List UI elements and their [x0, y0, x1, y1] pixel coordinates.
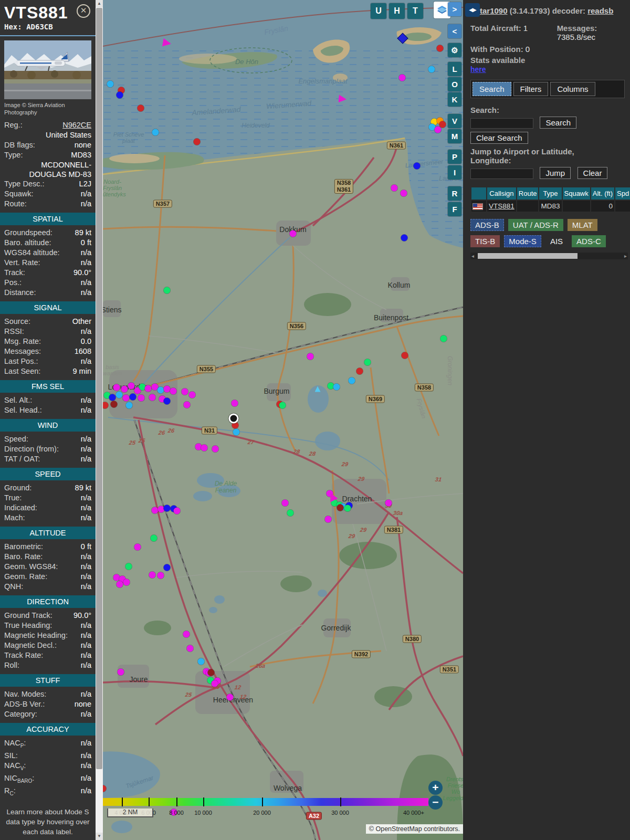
tar1090-link[interactable]: tar1090: [480, 6, 508, 15]
aircraft-history-dot[interactable]: [307, 353, 314, 360]
map-button-i[interactable]: I: [448, 165, 461, 180]
aircraft-history-dot[interactable]: [113, 384, 120, 391]
map-button-x[interactable]: ⚙: [448, 43, 461, 57]
table-row[interactable]: VTS881MD830: [471, 201, 630, 212]
aircraft-history-dot[interactable]: [227, 694, 234, 701]
aircraft-history-dot[interactable]: [287, 510, 294, 517]
scrollbar-thumb[interactable]: [96, 8, 102, 769]
aircraft-history-dot[interactable]: [152, 129, 159, 136]
aircraft-history-dot[interactable]: [402, 352, 408, 359]
aircraft-history-dot[interactable]: [344, 505, 351, 512]
search-button[interactable]: Search: [540, 117, 576, 129]
aircraft-history-dot[interactable]: [349, 377, 355, 384]
aircraft-history-dot[interactable]: [337, 505, 344, 511]
aircraft-history-dot[interactable]: [126, 402, 133, 409]
map-button-k[interactable]: K: [448, 92, 461, 107]
map-button-f[interactable]: F: [448, 202, 461, 216]
aircraft-history-dot[interactable]: [138, 105, 144, 112]
column-header[interactable]: Spd: [615, 187, 630, 200]
scroll-right-icon[interactable]: ▸: [624, 253, 627, 259]
aircraft-history-dot[interactable]: [164, 287, 171, 294]
hscroll-thumb[interactable]: [478, 253, 578, 259]
aircraft-history-dot[interactable]: [121, 386, 128, 393]
jump-button[interactable]: Jump: [540, 167, 571, 179]
stats-here-link[interactable]: here: [470, 65, 486, 74]
column-header[interactable]: Alt. (ft): [591, 187, 614, 200]
aircraft-history-dot[interactable]: [198, 658, 205, 665]
map-button-p[interactable]: P: [448, 150, 461, 164]
aircraft-history-dot[interactable]: [118, 669, 124, 676]
table-horizontal-scrollbar[interactable]: ◂ ▸: [470, 253, 628, 259]
scroll-left-icon[interactable]: ◂: [471, 253, 474, 259]
aircraft-history-dot[interactable]: [385, 500, 392, 507]
aircraft-history-dot[interactable]: [149, 394, 156, 401]
aircraft-history-dot[interactable]: [401, 190, 407, 197]
aircraft-history-dot[interactable]: [333, 384, 340, 391]
aircraft-history-dot[interactable]: [183, 631, 190, 638]
aircraft-history-dot[interactable]: [282, 500, 289, 507]
aircraft-history-dot[interactable]: [158, 572, 164, 579]
map-attribution[interactable]: © OpenStreetMap contributors.: [366, 824, 463, 834]
aircraft-history-dot[interactable]: [194, 139, 201, 145]
tab-filters[interactable]: Filters: [513, 82, 549, 96]
aircraft-history-dot[interactable]: [212, 446, 219, 453]
aircraft-history-dot[interactable]: [111, 401, 118, 408]
readsb-link[interactable]: readsb: [587, 6, 613, 15]
aircraft-history-dot[interactable]: [182, 388, 188, 395]
aircraft-history-dot[interactable]: [158, 387, 164, 394]
aircraft-history-dot[interactable]: [428, 66, 435, 73]
aircraft-history-dot[interactable]: [212, 680, 218, 687]
column-header[interactable]: Callsign: [487, 187, 516, 200]
map-button-u[interactable]: U: [371, 3, 386, 19]
map-button-o[interactable]: O: [448, 77, 461, 91]
jump-input[interactable]: [470, 169, 533, 179]
aircraft-photo[interactable]: [4, 40, 91, 99]
aircraft-history-dot[interactable]: [233, 429, 240, 436]
map-button-t[interactable]: T: [407, 3, 423, 19]
aircraft-history-dot[interactable]: [414, 163, 421, 170]
aircraft-history-dot[interactable]: [440, 335, 447, 342]
aircraft-history-dot[interactable]: [364, 359, 371, 366]
aircraft-history-dot[interactable]: [279, 402, 286, 409]
aircraft-history-dot[interactable]: [138, 395, 145, 402]
aircraft-history-dot[interactable]: [399, 75, 406, 81]
aircraft-history-dot[interactable]: [437, 45, 444, 52]
jump-clear-button[interactable]: Clear: [578, 167, 608, 179]
aircraft-history-dot[interactable]: [152, 507, 159, 514]
column-header[interactable]: Squawk: [563, 187, 590, 200]
registration-link[interactable]: N962CE: [62, 120, 91, 130]
aircraft-history-dot[interactable]: [208, 669, 215, 676]
close-icon[interactable]: ✕: [77, 4, 90, 18]
aircraft-history-dot[interactable]: [123, 579, 130, 586]
aircraft-history-dot[interactable]: [134, 544, 141, 551]
aircraft-history-dot[interactable]: [184, 402, 191, 408]
aircraft-history-dot[interactable]: [130, 394, 136, 401]
aircraft-history-dot[interactable]: [109, 394, 116, 401]
aircraft-history-dot[interactable]: [123, 395, 130, 402]
aircraft-history-dot[interactable]: [391, 185, 398, 192]
aircraft-history-dot[interactable]: [164, 398, 171, 405]
column-header[interactable]: Route: [517, 187, 539, 200]
aircraft-history-dot[interactable]: [117, 581, 123, 588]
map-button-h[interactable]: H: [389, 3, 405, 19]
column-header[interactable]: [471, 187, 486, 200]
callsign-cell[interactable]: VTS881: [487, 201, 516, 212]
map-button-m[interactable]: M: [448, 129, 461, 143]
aircraft-history-dot[interactable]: [170, 388, 177, 395]
left-scrollbar[interactable]: ▲ ▼: [96, 0, 103, 840]
map-button-v[interactable]: V: [448, 114, 461, 128]
aircraft-history-dot[interactable]: [325, 516, 332, 523]
aircraft-history-dot[interactable]: [401, 235, 408, 242]
aircraft-history-dot[interactable]: [232, 422, 239, 429]
column-header[interactable]: Type: [539, 187, 561, 200]
aircraft-history-dot[interactable]: [356, 368, 363, 375]
aircraft-history-dot[interactable]: [107, 81, 114, 88]
scroll-down-icon[interactable]: ▼: [96, 833, 103, 840]
aircraft-history-dot[interactable]: [232, 400, 238, 407]
aircraft-history-dot[interactable]: [187, 645, 194, 652]
selected-aircraft-marker[interactable]: [230, 415, 237, 422]
aircraft-history-dot[interactable]: [439, 121, 446, 128]
aircraft-history-dot[interactable]: [201, 445, 208, 452]
tab-search[interactable]: Search: [472, 82, 511, 96]
aircraft-history-dot[interactable]: [189, 392, 196, 398]
